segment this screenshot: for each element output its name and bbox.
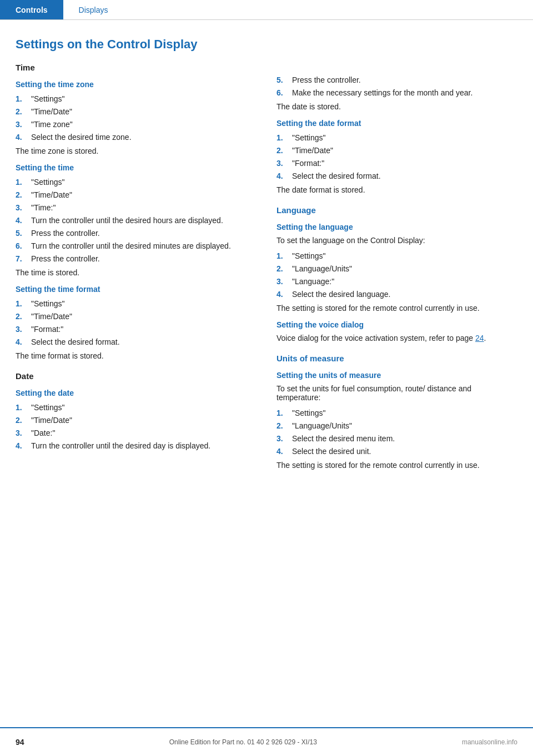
controls-tab-label: Controls	[16, 6, 48, 14]
list-item: 1. "Settings"	[276, 132, 517, 144]
dateformat-list: 1. "Settings" 2. "Time/Date" 3. "Format:…	[276, 132, 517, 182]
units-result: The setting is stored for the remote con…	[276, 461, 517, 470]
list-item: 4. Select the desired unit.	[276, 446, 517, 457]
voice-dialog-text: Voice dialog for the voice activation sy…	[276, 334, 517, 342]
step-num: 4.	[16, 132, 31, 143]
step-num: 2.	[16, 106, 31, 118]
step-text: "Time/Date"	[31, 189, 72, 201]
step-text: "Time/Date"	[31, 106, 72, 118]
tab-displays[interactable]: Displays	[63, 0, 124, 19]
list-item: 2. "Time/Date"	[276, 145, 517, 157]
step-num: 3.	[276, 433, 292, 445]
list-item: 4. Select the desired language.	[276, 289, 517, 300]
list-item: 4. Select the desired format.	[16, 336, 260, 348]
step-text: "Settings"	[31, 298, 65, 310]
list-item: 6. Make the necessary settings for the m…	[276, 87, 517, 99]
list-item: 2. "Time/Date"	[16, 311, 260, 322]
voice-text-suffix: .	[484, 334, 486, 342]
language-result: The setting is stored for the remote con…	[276, 304, 517, 313]
footer-logo: manualsonline.info	[462, 738, 517, 746]
list-item: 1. "Settings"	[276, 250, 517, 262]
list-item: 1. "Settings"	[16, 298, 260, 310]
step-num: 3.	[16, 427, 31, 439]
list-item: 6. Turn the controller until the desired…	[16, 240, 260, 252]
time-result: The time is stored.	[16, 268, 260, 277]
date-list: 1. "Settings" 2. "Time/Date" 3. "Date:" …	[16, 402, 260, 452]
step-text: Select the desired format.	[292, 170, 381, 182]
step-num: 2.	[276, 145, 292, 157]
subsection-timeformat-heading: Setting the time format	[16, 285, 260, 294]
footer-center-text: Online Edition for Part no. 01 40 2 926 …	[24, 738, 462, 746]
step-text: Press the controller.	[31, 228, 100, 239]
timezone-list: 1. "Settings" 2. "Time/Date" 3. "Time zo…	[16, 93, 260, 143]
step-num: 4.	[16, 440, 31, 452]
step-text: "Settings"	[31, 93, 65, 105]
top-nav: Controls Displays	[0, 0, 533, 20]
step-num: 2.	[16, 311, 31, 322]
subsection-time-heading: Setting the time	[16, 163, 260, 172]
list-item: 1. "Settings"	[276, 407, 517, 419]
step-text: "Settings"	[31, 177, 65, 188]
step-text: Select the desired format.	[31, 336, 120, 348]
step-num: 1.	[16, 93, 31, 105]
list-item: 5. Press the controller.	[16, 228, 260, 239]
step-text: "Language/Units"	[292, 420, 352, 432]
bottom-bar: 94 Online Edition for Part no. 01 40 2 9…	[0, 727, 533, 756]
date-result: The date is stored.	[276, 102, 517, 111]
step-num: 1.	[276, 132, 292, 144]
step-num: 4.	[16, 336, 31, 348]
step-text: "Time/Date"	[31, 311, 72, 322]
list-item: 7. Press the controller.	[16, 253, 260, 265]
step-num: 3.	[276, 158, 292, 169]
list-item: 3. "Time:"	[16, 202, 260, 214]
step-num: 6.	[276, 87, 292, 99]
step-num: 3.	[16, 119, 31, 130]
subsection-dateformat-heading: Setting the date format	[276, 119, 517, 128]
step-num: 2.	[16, 415, 31, 426]
step-num: 2.	[16, 189, 31, 201]
step-text: "Settings"	[292, 250, 326, 262]
list-item: 3. Select the desired menu item.	[276, 433, 517, 445]
step-num: 1.	[16, 402, 31, 414]
step-text: "Settings"	[292, 407, 326, 419]
step-num: 4.	[276, 289, 292, 300]
step-text: "Settings"	[31, 402, 65, 414]
step-num: 3.	[16, 324, 31, 335]
step-num: 4.	[276, 446, 292, 457]
list-item: 4. Turn the controller until the desired…	[16, 440, 260, 452]
subsection-timezone-heading: Setting the time zone	[16, 80, 260, 89]
units-intro: To set the units for fuel consumption, r…	[276, 384, 517, 402]
step-text: "Time:"	[31, 202, 56, 214]
step-text: "Date:"	[31, 427, 55, 439]
list-item: 2. "Time/Date"	[16, 415, 260, 426]
timeformat-result: The time format is stored.	[16, 351, 260, 360]
step-num: 2.	[276, 420, 292, 432]
step-text: "Format:"	[292, 158, 324, 169]
voice-page-link[interactable]: 24	[475, 334, 484, 342]
subsection-date-heading: Setting the date	[16, 389, 260, 397]
step-text: "Language:"	[292, 276, 334, 288]
voice-text-prefix: Voice dialog for the voice activation sy…	[276, 334, 475, 342]
list-item: 1. "Settings"	[16, 177, 260, 188]
list-item: 2. "Time/Date"	[16, 106, 260, 118]
subsection-units-heading: Setting the units of measure	[276, 371, 517, 380]
step-text: Select the desired time zone.	[31, 132, 132, 143]
step-text: "Time/Date"	[292, 145, 333, 157]
list-item: 3. "Time zone"	[16, 119, 260, 130]
step-text: "Time zone"	[31, 119, 73, 130]
step-num: 1.	[276, 407, 292, 419]
tab-controls[interactable]: Controls	[0, 0, 63, 19]
time-list: 1. "Settings" 2. "Time/Date" 3. "Time:" …	[16, 177, 260, 265]
list-item: 4. Turn the controller until the desired…	[16, 215, 260, 226]
date-continued-list: 5. Press the controller. 6. Make the nec…	[276, 74, 517, 99]
step-text: "Settings"	[292, 132, 326, 144]
list-item: 3. "Format:"	[16, 324, 260, 335]
right-column: 5. Press the controller. 6. Make the nec…	[276, 37, 517, 475]
displays-tab-label: Displays	[79, 6, 108, 14]
step-num: 6.	[16, 240, 31, 252]
list-item: 2. "Language/Units"	[276, 263, 517, 275]
step-num: 1.	[16, 177, 31, 188]
subsection-voice-heading: Setting the voice dialog	[276, 320, 517, 329]
step-text: Select the desired unit.	[292, 446, 371, 457]
section-date-heading: Date	[16, 371, 260, 381]
